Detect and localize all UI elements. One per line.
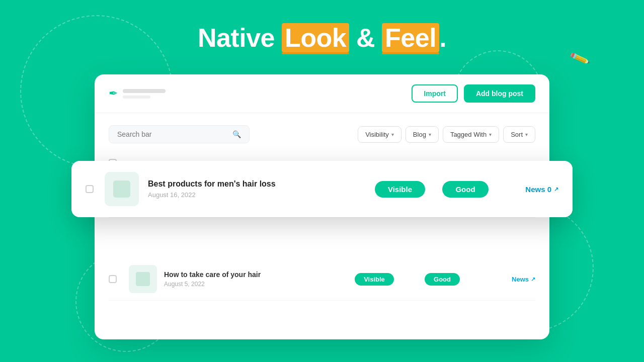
row3-date: August 5, 2022	[164, 281, 339, 288]
row2-blog-badge[interactable]: News 0 ↗	[525, 185, 558, 194]
row3-blog-col: News ↗	[475, 275, 535, 284]
sort-label: Sort	[511, 131, 523, 138]
blog-filter-button[interactable]: Blog ▾	[406, 126, 439, 143]
header-actions: Import Add blog post	[412, 84, 535, 103]
row2-info: Best products for men's hair loss August…	[148, 179, 367, 199]
row3-visibility-col: Visible	[339, 273, 410, 286]
logo-area: ✒	[109, 87, 166, 100]
row3-external-link-icon: ↗	[531, 276, 535, 283]
search-input[interactable]	[117, 130, 228, 138]
add-blog-post-button[interactable]: Add blog post	[464, 84, 535, 103]
row2-thumbnail-inner	[113, 180, 130, 198]
page-title: Native Look & Feel.	[0, 23, 644, 53]
row2-title: Best products for men's hair loss	[148, 179, 367, 189]
row3-checkbox[interactable]	[109, 275, 117, 283]
blog-filter-label: Blog	[413, 131, 426, 138]
title-highlight1: Look	[282, 23, 349, 52]
row2-visibility-badge: Visible	[375, 181, 425, 198]
row2-blog-col: News 0 ↗	[498, 185, 558, 194]
card-header: ✒ Import Add blog post	[95, 74, 549, 113]
logo-icon: ✒	[109, 87, 118, 100]
title-part1: Native	[198, 23, 282, 52]
visibility-filter-label: Visibility	[365, 131, 389, 138]
tagged-with-filter-label: Tagged With	[450, 131, 487, 138]
row2-external-link-icon: ↗	[554, 186, 558, 193]
row3-thumbnail-inner	[136, 272, 150, 286]
row3-info: How to take care of your hair August 5, …	[164, 270, 339, 288]
tagged-with-filter-button[interactable]: Tagged With ▾	[443, 126, 499, 143]
sort-chevron-icon: ▾	[525, 132, 528, 137]
title-part2: &	[349, 23, 382, 52]
row3-visibility-badge: Visible	[355, 273, 394, 286]
import-button[interactable]: Import	[412, 84, 458, 103]
visibility-filter-button[interactable]: Visibility ▾	[358, 126, 401, 143]
row2-visibility-col: Visible	[367, 181, 433, 198]
logo-bars	[123, 89, 166, 99]
row2-thumbnail	[105, 172, 139, 206]
row2-seo-col: Good	[433, 181, 498, 198]
title-highlight2: Feel	[382, 23, 439, 52]
page-title-container: Native Look & Feel.	[0, 23, 644, 53]
search-icon: 🔍	[232, 130, 241, 138]
row3-thumbnail	[129, 265, 157, 293]
table-row: How to take care of your hair August 5, …	[109, 258, 535, 301]
row3-check-col	[109, 275, 129, 283]
floating-row: Best products for men's hair loss August…	[71, 161, 573, 217]
visibility-chevron-icon: ▾	[391, 132, 394, 137]
logo-bar-narrow	[123, 96, 150, 99]
filters-row: 🔍 Visibility ▾ Blog ▾ Tagged With ▾ Sort…	[109, 125, 535, 143]
filter-buttons: Visibility ▾ Blog ▾ Tagged With ▾ Sort ▾	[358, 126, 535, 143]
row2-checkbox[interactable]	[86, 185, 94, 193]
row2-seo-badge: Good	[442, 181, 488, 198]
floating-card: Best products for men's hair loss August…	[71, 161, 573, 217]
row3-blog-badge[interactable]: News ↗	[512, 276, 535, 283]
title-dot: .	[439, 23, 446, 52]
tagged-with-chevron-icon: ▾	[489, 132, 492, 137]
row2-date: August 16, 2022	[148, 191, 367, 199]
row3-title: How to take care of your hair	[164, 270, 339, 279]
row2-check-col	[86, 185, 101, 193]
blog-chevron-icon: ▾	[429, 132, 431, 137]
search-box: 🔍	[109, 125, 250, 143]
row2-blog-label: News 0	[525, 185, 551, 194]
row3-seo-col: Good	[410, 273, 475, 286]
row3-blog-label: News	[512, 276, 529, 283]
logo-bar-wide	[123, 89, 166, 93]
sort-button[interactable]: Sort ▾	[503, 126, 535, 143]
row3-seo-badge: Good	[425, 273, 460, 286]
